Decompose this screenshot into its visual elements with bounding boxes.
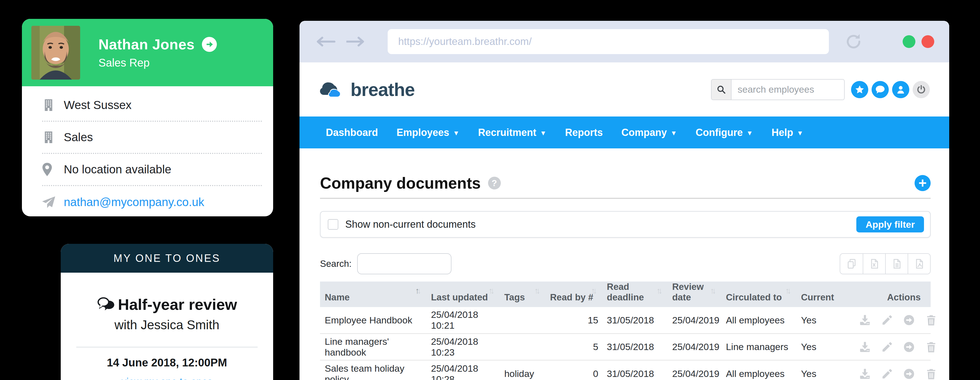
sort-icon[interactable]: ↑↓ [535, 286, 538, 296]
excel-file-icon [869, 258, 880, 269]
doc-last-updated: 25/04/2018 10:28 [426, 360, 500, 380]
nav-help[interactable]: Help▼ [772, 127, 803, 138]
show-non-current-checkbox[interactable] [328, 219, 338, 230]
export-pdf-button[interactable] [908, 254, 930, 274]
edit-icon[interactable] [881, 368, 893, 380]
col-header-tags[interactable]: Tags↑↓ [500, 281, 545, 307]
doc-read-by: 0 [546, 360, 602, 380]
export-copy-button[interactable] [840, 254, 863, 274]
download-icon[interactable] [859, 314, 871, 326]
circulate-icon[interactable] [903, 314, 915, 326]
employee-search-input[interactable] [732, 79, 845, 100]
power-icon [916, 84, 926, 95]
delete-icon[interactable] [925, 341, 937, 353]
profile-detail-row-email: nathan@mycompany.co.uk [42, 186, 262, 216]
profile-button[interactable] [892, 81, 909, 98]
url-input[interactable] [388, 36, 829, 48]
sort-icon[interactable]: ↑↓ [488, 286, 492, 296]
table-toolbar: Search: [320, 253, 931, 274]
favourites-button[interactable] [851, 81, 868, 98]
browser-forward-button[interactable] [346, 36, 365, 47]
nav-reports[interactable]: Reports [565, 127, 603, 138]
window-close-button[interactable] [921, 35, 934, 48]
doc-circulated-to: All employees [721, 360, 796, 380]
avatar [31, 26, 80, 79]
circulate-icon[interactable] [903, 341, 915, 353]
window-minimize-button[interactable] [903, 35, 915, 48]
delete-icon[interactable] [925, 314, 937, 326]
profile-county: West Sussex [64, 99, 132, 112]
doc-circulated-to: All employees [721, 307, 796, 334]
apply-filter-button[interactable]: Apply filter [856, 216, 924, 232]
profile-role: Sales Rep [99, 57, 217, 69]
doc-current: Yes [796, 360, 847, 380]
doc-current: Yes [796, 307, 847, 334]
building-icon [42, 131, 58, 144]
download-icon[interactable] [859, 368, 871, 380]
doc-review-date: 25/04/2019 [668, 307, 721, 334]
one-to-ones-header: MY ONE TO ONES [61, 244, 273, 273]
table-header-row: Name↑↓ Last updated↑↓ Tags↑↓ Read by #↑↓… [320, 281, 931, 307]
logout-button[interactable] [913, 81, 930, 98]
sort-icon[interactable]: ↑↓ [591, 286, 595, 296]
nav-configure[interactable]: Configure▼ [696, 127, 753, 138]
edit-icon[interactable] [881, 314, 893, 326]
breathe-logo[interactable]: breathe [320, 79, 415, 100]
search-icon [711, 79, 732, 100]
col-header-read-deadline[interactable]: Read deadline↑↓ [602, 281, 668, 307]
doc-tags [500, 307, 545, 334]
paper-plane-icon [42, 196, 58, 208]
profile-location: No location available [64, 163, 171, 176]
col-header-read-by[interactable]: Read by #↑↓ [546, 281, 602, 307]
star-icon [854, 84, 865, 95]
col-header-review-date[interactable]: Review date↑↓ [668, 281, 721, 307]
sort-icon[interactable]: ↑↓ [415, 286, 419, 296]
doc-review-date: 25/04/2019 [668, 334, 721, 360]
table-search-input[interactable] [357, 253, 452, 274]
one-to-one-title: Half-year review [118, 296, 237, 313]
view-one-to-ones-link[interactable]: view my one to ones [121, 376, 212, 380]
sort-icon[interactable]: ↑↓ [785, 286, 789, 296]
table-search-label: Search: [320, 259, 352, 269]
col-header-actions: Actions [847, 281, 931, 307]
doc-read-deadline: 31/05/2018 [602, 307, 668, 334]
profile-detail-row-county: West Sussex [42, 90, 262, 122]
nav-dashboard[interactable]: Dashboard [326, 127, 378, 138]
profile-department: Sales [64, 130, 93, 144]
edit-icon[interactable] [881, 341, 893, 353]
nav-employees[interactable]: Employees▼ [396, 127, 460, 138]
nav-recruitment[interactable]: Recruitment▼ [478, 127, 547, 138]
export-excel-button[interactable] [863, 254, 885, 274]
profile-link-arrow-icon[interactable] [202, 37, 217, 52]
sort-icon[interactable]: ↑↓ [656, 286, 660, 296]
doc-review-date: 25/04/2019 [668, 360, 721, 380]
messages-button[interactable] [872, 81, 889, 98]
add-document-button[interactable] [915, 175, 931, 191]
profile-card-header: Nathan Jones Sales Rep [22, 19, 273, 86]
nav-company[interactable]: Company▼ [622, 127, 677, 138]
browser-back-button[interactable] [316, 36, 336, 47]
browser-chrome [299, 21, 949, 62]
delete-icon[interactable] [925, 368, 937, 380]
circulate-icon[interactable] [903, 368, 915, 380]
filter-panel: Show non-current documents Apply filter [320, 211, 931, 238]
sort-icon[interactable]: ↑↓ [710, 286, 714, 296]
chevron-down-icon: ▼ [797, 129, 803, 137]
url-bar[interactable] [388, 29, 829, 54]
page-content: Company documents ? Show non-current doc… [299, 174, 949, 380]
help-icon[interactable]: ? [488, 176, 501, 189]
col-header-name[interactable]: Name↑↓ [320, 281, 426, 307]
refresh-icon[interactable] [845, 32, 863, 51]
doc-circulated-to: Line managers [721, 334, 796, 360]
export-csv-button[interactable] [885, 254, 908, 274]
profile-email-link[interactable]: nathan@mycompany.co.uk [64, 196, 204, 209]
app-header: breathe [299, 62, 949, 116]
col-header-circulated-to[interactable]: Circulated to↑↓ [721, 281, 796, 307]
col-header-last-updated[interactable]: Last updated↑↓ [426, 281, 500, 307]
col-header-current: Current [796, 281, 847, 307]
profile-card-body: West Sussex Sales No location available … [22, 86, 273, 216]
person-icon [896, 84, 906, 95]
doc-name: Line managers' handbook [320, 334, 426, 360]
employee-search[interactable] [711, 79, 845, 100]
download-icon[interactable] [859, 341, 871, 353]
